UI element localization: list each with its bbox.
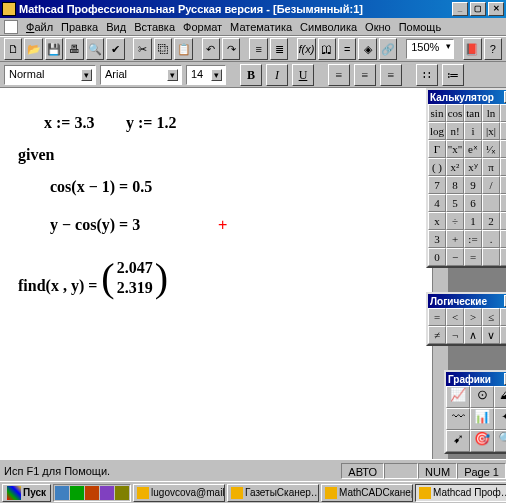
logic-key[interactable]: ¬ bbox=[446, 326, 464, 344]
calc-key[interactable] bbox=[500, 140, 506, 158]
polar-plot-icon[interactable]: ⊙ bbox=[470, 386, 494, 408]
underline-button[interactable]: U bbox=[292, 64, 314, 86]
contour-plot-icon[interactable]: 〰 bbox=[446, 408, 470, 430]
menu-math[interactable]: Математика bbox=[230, 21, 292, 33]
calc-key[interactable]: ¹⁄ₓ bbox=[482, 140, 500, 158]
logic-key[interactable]: > bbox=[464, 308, 482, 326]
font-combo[interactable]: Arial bbox=[100, 65, 182, 85]
hyperlink-button[interactable]: 🔗 bbox=[379, 38, 397, 60]
preview-button[interactable]: 🔍 bbox=[86, 38, 104, 60]
calc-key[interactable]: i bbox=[464, 122, 482, 140]
equation-y-cos[interactable]: y − cos(y) = 3 bbox=[50, 216, 140, 234]
bullets-button[interactable]: ∷ bbox=[416, 64, 438, 86]
equation-cos[interactable]: cos(x − 1) = 0.5 bbox=[50, 178, 152, 196]
taskbar-task[interactable]: lugovcova@mail.ru… bbox=[133, 484, 225, 502]
open-button[interactable]: 📂 bbox=[24, 38, 42, 60]
calc-key[interactable]: ( ) bbox=[428, 158, 446, 176]
logic-key[interactable]: = bbox=[428, 308, 446, 326]
calc-key[interactable] bbox=[482, 194, 500, 212]
equation-find[interactable]: find(x , y) = ( 2.047 2.319 ) bbox=[18, 258, 168, 298]
component-button[interactable]: ◈ bbox=[358, 38, 376, 60]
minimize-button[interactable]: _ bbox=[452, 2, 468, 16]
calc-key[interactable]: Γ bbox=[428, 140, 446, 158]
taskbar-task[interactable]: Mathcad Проф… bbox=[415, 484, 506, 502]
calc-key[interactable]: 4 bbox=[428, 194, 446, 212]
calc-key[interactable]: 3 bbox=[428, 230, 446, 248]
calc-key[interactable]: xʸ bbox=[464, 158, 482, 176]
align-button[interactable]: ≡ bbox=[249, 38, 267, 60]
numbering-button[interactable]: ≔ bbox=[442, 64, 464, 86]
vector-plot-icon[interactable]: ➹ bbox=[446, 430, 470, 452]
calc-key[interactable]: 8 bbox=[446, 176, 464, 194]
equation-y-assign[interactable]: y := 1.2 bbox=[126, 114, 176, 132]
print-button[interactable]: 🖶 bbox=[65, 38, 83, 60]
calculator-palette[interactable]: Калькулятор✕ sincostanlnlogn!i|x|Γ"x"eˣ¹… bbox=[426, 88, 506, 268]
paste-button[interactable]: 📋 bbox=[174, 38, 192, 60]
menu-view[interactable]: Вид bbox=[106, 21, 126, 33]
style-combo[interactable]: Normal bbox=[4, 65, 96, 85]
maximize-button[interactable]: ▢ bbox=[470, 2, 486, 16]
logic-key[interactable]: ∨ bbox=[482, 326, 500, 344]
fx-button[interactable]: f(x) bbox=[297, 38, 315, 60]
undo-button[interactable]: ↶ bbox=[202, 38, 220, 60]
scatter3d-plot-icon[interactable]: ✦ bbox=[494, 408, 506, 430]
align2-button[interactable]: ≣ bbox=[270, 38, 288, 60]
calc-key[interactable] bbox=[500, 212, 506, 230]
menu-edit[interactable]: Правка bbox=[61, 21, 98, 33]
calc-key[interactable]: 2 bbox=[482, 212, 500, 230]
align-right-button[interactable]: ≡ bbox=[380, 64, 402, 86]
menu-format[interactable]: Формат bbox=[183, 21, 222, 33]
logic-palette[interactable]: Логические✕ =<>≤≥≠¬∧∨⊕ bbox=[426, 292, 506, 346]
calc-key[interactable] bbox=[500, 194, 506, 212]
ql-icon[interactable] bbox=[85, 486, 99, 500]
zoom-combo[interactable]: 150% bbox=[406, 39, 454, 59]
italic-button[interactable]: I bbox=[266, 64, 288, 86]
ql-icon[interactable] bbox=[115, 486, 129, 500]
logic-key[interactable]: ≤ bbox=[482, 308, 500, 326]
calc-key[interactable]: tan bbox=[464, 104, 482, 122]
redo-button[interactable]: ↷ bbox=[222, 38, 240, 60]
logic-key[interactable]: ⊕ bbox=[500, 326, 506, 344]
calc-key[interactable] bbox=[500, 176, 506, 194]
mdi-icon[interactable] bbox=[4, 20, 18, 34]
calc-key[interactable]: 7 bbox=[428, 176, 446, 194]
logic-key[interactable]: < bbox=[446, 308, 464, 326]
ql-icon[interactable] bbox=[100, 486, 114, 500]
align-left-button[interactable]: ≡ bbox=[328, 64, 350, 86]
menu-symbolic[interactable]: Символика bbox=[300, 21, 357, 33]
size-combo[interactable]: 14 bbox=[186, 65, 226, 85]
menu-insert[interactable]: Вставка bbox=[134, 21, 175, 33]
help-button[interactable]: ? bbox=[484, 38, 502, 60]
new-button[interactable]: 🗋 bbox=[4, 38, 22, 60]
calc-key[interactable]: eˣ bbox=[464, 140, 482, 158]
calc-key[interactable] bbox=[500, 248, 506, 266]
calc-key[interactable]: = bbox=[464, 248, 482, 266]
calc-key[interactable] bbox=[500, 122, 506, 140]
ql-icon[interactable] bbox=[70, 486, 84, 500]
document-area[interactable]: x := 3.3 y := 1.2 given cos(x − 1) = 0.5… bbox=[0, 88, 432, 465]
taskbar-task[interactable]: MathCADСканерТ… bbox=[321, 484, 413, 502]
equation-x-assign[interactable]: x := 3.3 bbox=[44, 114, 94, 132]
logic-key[interactable]: ≠ bbox=[428, 326, 446, 344]
calc-key[interactable]: x² bbox=[446, 158, 464, 176]
calc-key[interactable]: − bbox=[446, 248, 464, 266]
calc-key[interactable] bbox=[500, 104, 506, 122]
logic-key[interactable]: ≥ bbox=[500, 308, 506, 326]
calc-button[interactable]: = bbox=[338, 38, 356, 60]
logic-key[interactable]: ∧ bbox=[464, 326, 482, 344]
start-button[interactable]: Пуск bbox=[2, 484, 51, 502]
calc-key[interactable]: . bbox=[482, 230, 500, 248]
cut-button[interactable]: ✂ bbox=[133, 38, 151, 60]
calc-key[interactable]: ÷ bbox=[446, 212, 464, 230]
resource-button[interactable]: 📕 bbox=[463, 38, 481, 60]
calc-key[interactable]: |x| bbox=[482, 122, 500, 140]
menu-window[interactable]: Окно bbox=[365, 21, 391, 33]
trace-icon[interactable]: 🎯 bbox=[470, 430, 494, 452]
xy-plot-icon[interactable]: 📈 bbox=[446, 386, 470, 408]
calc-key[interactable]: 1 bbox=[464, 212, 482, 230]
graph-palette[interactable]: Графики✕ 📈⊙⛰〰📊✦➹🎯🔍 bbox=[444, 370, 506, 454]
close-button[interactable]: ✕ bbox=[488, 2, 504, 16]
surface-plot-icon[interactable]: ⛰ bbox=[494, 386, 506, 408]
calc-key[interactable]: π bbox=[482, 158, 500, 176]
calc-key[interactable]: ln bbox=[482, 104, 500, 122]
